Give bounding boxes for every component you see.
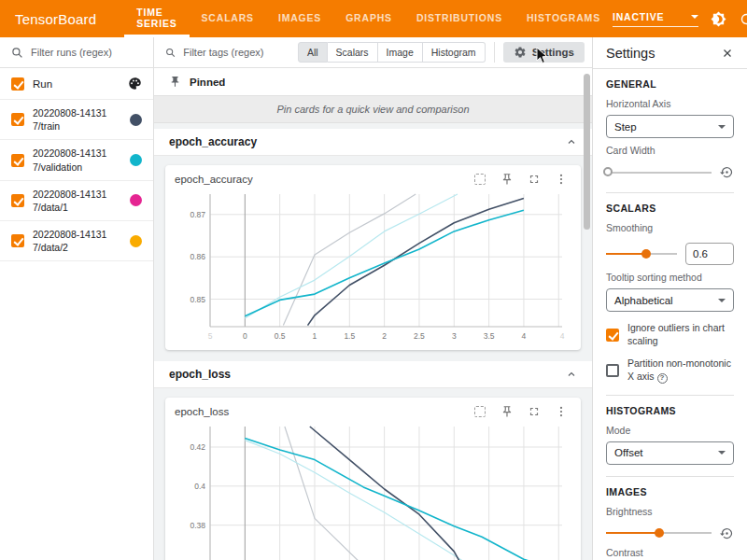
svg-text:0.5: 0.5 <box>275 331 286 341</box>
card-width-slider[interactable] <box>606 167 712 178</box>
tag-filter-toggle-group: AllScalarsImageHistogram <box>298 42 486 63</box>
runs-list: 20220808-141317/train20220808-141317/val… <box>0 100 153 261</box>
horizontal-axis-value: Step <box>614 121 637 133</box>
filter-runs-row <box>0 37 153 68</box>
section-heading: HISTOGRAMS <box>606 405 734 416</box>
settings-section-scalars: SCALARS Smoothing Tooltip sorting method… <box>606 193 734 396</box>
settings-section-general: GENERAL Horizontal Axis Step Card Width <box>606 69 734 193</box>
header-right: INACTIVE <box>613 0 747 37</box>
epoch-loss-chart[interactable]: 0.360.380.40.42 <box>175 422 571 560</box>
settings-button[interactable]: Settings <box>503 42 585 63</box>
section-header-epoch-accuracy[interactable]: epoch_accuracy <box>154 129 592 156</box>
pin-card-icon[interactable] <box>500 405 514 418</box>
tab-images[interactable]: IMAGES <box>266 0 333 37</box>
svg-text:0.42: 0.42 <box>190 442 205 452</box>
tensorboard-app: TensorBoard TIME SERIESSCALARSIMAGESGRAP… <box>0 0 747 560</box>
filter-toggle-scalars[interactable]: Scalars <box>328 42 378 63</box>
brightness-slider[interactable] <box>606 527 712 539</box>
fullscreen-icon[interactable] <box>528 405 541 418</box>
palette-icon[interactable] <box>128 77 142 91</box>
card-actions <box>473 405 571 418</box>
smoothing-label: Smoothing <box>606 222 734 233</box>
section-heading: IMAGES <box>606 486 734 497</box>
header-tabs: TIME SERIESSCALARSIMAGESGRAPHSDISTRIBUTI… <box>124 0 613 37</box>
chevron-up-icon[interactable] <box>566 136 577 147</box>
runs-list-header: Run <box>0 68 153 100</box>
refresh-icon[interactable] <box>739 11 747 27</box>
filter-toggle-histogram[interactable]: Histogram <box>423 42 486 63</box>
tab-scalars[interactable]: SCALARS <box>190 0 266 37</box>
tooltip-sorting-value: Alphabetical <box>614 295 673 306</box>
section-header-epoch-loss[interactable]: epoch_loss <box>154 361 592 388</box>
main-scrollbar[interactable] <box>584 68 590 560</box>
run-row[interactable]: 20220808-141317/data/1 <box>0 181 153 221</box>
status-dropdown[interactable]: INACTIVE <box>613 11 698 27</box>
svg-text:0.4: 0.4 <box>194 482 205 491</box>
fit-domain-icon[interactable] <box>473 173 486 186</box>
run-row[interactable]: 20220808-141317/data/2 <box>0 221 153 261</box>
reset-icon[interactable] <box>720 165 734 179</box>
card-title: epoch_loss <box>175 406 229 417</box>
brightness-label: Brightness <box>606 506 734 517</box>
status-label: INACTIVE <box>613 11 664 22</box>
run-checkbox[interactable] <box>11 113 24 126</box>
reset-icon[interactable] <box>720 526 734 540</box>
help-circle-icon[interactable]: ? <box>657 373 668 384</box>
search-icon <box>11 47 23 59</box>
svg-text:0.86: 0.86 <box>190 252 205 261</box>
main-content: AllScalarsImageHistogram Settings Pinned… <box>154 37 592 560</box>
card-width-row <box>606 165 734 179</box>
svg-text:2: 2 <box>382 331 387 341</box>
smoothing-slider[interactable] <box>606 248 677 259</box>
epoch-accuracy-chart[interactable]: 0.850.860.8700.511.522.533.5454 <box>175 189 571 348</box>
chevron-up-icon[interactable] <box>566 369 577 380</box>
run-checkbox[interactable] <box>11 234 24 247</box>
tab-distributions[interactable]: DISTRIBUTIONS <box>404 0 514 37</box>
card-title: epoch_accuracy <box>175 174 253 185</box>
partition-x-axis-row[interactable]: Partition non-monotonic X axis ? <box>606 357 734 383</box>
tab-time-series[interactable]: TIME SERIES <box>124 0 189 37</box>
run-checkbox[interactable] <box>11 154 24 167</box>
section-title: epoch_accuracy <box>169 135 257 148</box>
tab-graphs[interactable]: GRAPHS <box>333 0 404 37</box>
toolbar-divider <box>494 42 495 63</box>
section-heading: SCALARS <box>606 203 734 214</box>
select-all-runs-checkbox[interactable] <box>11 77 24 91</box>
filter-toggle-all[interactable]: All <box>298 42 328 63</box>
smoothing-input[interactable] <box>685 243 734 265</box>
tab-histograms[interactable]: HISTOGRAMS <box>514 0 613 37</box>
close-icon[interactable] <box>721 47 734 60</box>
settings-section-histograms: HISTOGRAMS Mode Offset <box>606 396 734 477</box>
chevron-down-icon <box>718 299 726 302</box>
histogram-mode-value: Offset <box>614 447 642 458</box>
svg-text:0.38: 0.38 <box>190 521 205 530</box>
app-body: Run 20220808-141317/train20220808-141317… <box>0 37 747 560</box>
horizontal-axis-select[interactable]: Step <box>606 115 734 138</box>
histogram-mode-select[interactable]: Offset <box>606 441 734 465</box>
runs-column-label: Run <box>33 78 52 90</box>
run-row[interactable]: 20220808-141317/train <box>0 100 153 140</box>
scrollbar-thumb[interactable] <box>584 74 590 230</box>
filter-toggle-image[interactable]: Image <box>378 42 423 63</box>
pin-card-icon[interactable] <box>500 173 514 186</box>
filter-runs-input[interactable] <box>31 47 142 58</box>
fit-domain-icon[interactable] <box>473 405 486 418</box>
fullscreen-icon[interactable] <box>528 173 541 186</box>
ignore-outliers-row[interactable]: Ignore outliers in chart scaling <box>606 322 734 347</box>
run-checkbox[interactable] <box>11 194 24 207</box>
svg-text:1.5: 1.5 <box>344 331 355 341</box>
more-options-icon[interactable] <box>555 405 568 418</box>
filter-tags-input[interactable] <box>183 47 298 58</box>
more-options-icon[interactable] <box>555 173 568 186</box>
partition-x-axis-checkbox[interactable] <box>606 364 619 377</box>
svg-text:0.85: 0.85 <box>190 295 205 304</box>
partition-x-axis-label: Partition non-monotonic X axis ? <box>627 357 734 383</box>
svg-text:5: 5 <box>208 331 213 341</box>
tooltip-sorting-select[interactable]: Alphabetical <box>606 288 734 312</box>
ignore-outliers-checkbox[interactable] <box>606 329 619 342</box>
run-color-dot <box>130 114 142 126</box>
scalar-card-epoch-loss: epoch_loss 0.360.380.40.42 <box>165 398 581 560</box>
run-row[interactable]: 20220808-141317/validation <box>0 140 153 180</box>
app-header: TensorBoard TIME SERIESSCALARSIMAGESGRAP… <box>0 0 747 37</box>
brightness-toggle-icon[interactable] <box>711 11 726 27</box>
